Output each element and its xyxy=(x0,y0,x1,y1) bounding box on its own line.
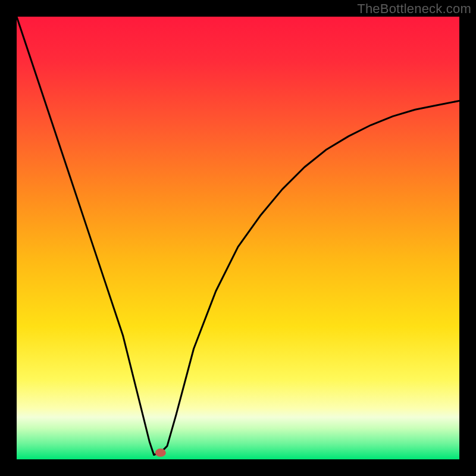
plot-area xyxy=(17,17,459,459)
bottleneck-chart xyxy=(17,17,459,459)
watermark-text: TheBottleneck.com xyxy=(357,1,471,17)
optimal-point-marker xyxy=(155,449,166,457)
chart-frame: TheBottleneck.com xyxy=(0,0,476,476)
chart-background xyxy=(17,17,459,459)
